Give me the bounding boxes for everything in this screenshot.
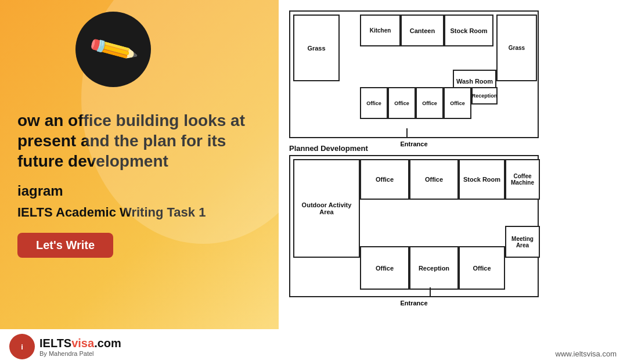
room-grass: Grass bbox=[496, 15, 537, 81]
diagram-label: iagram bbox=[17, 183, 261, 199]
room-office: Office bbox=[416, 87, 444, 119]
main-title: ow an office building looks at present a… bbox=[17, 110, 261, 171]
plan2-floor-plan: OfficeOfficeStock RoomCoffee MachineOutd… bbox=[289, 155, 539, 297]
logo-sub-text: By Mahendra Patel bbox=[39, 350, 121, 357]
plan1-floor-plan: KitchenCanteenStock RoomGrassGrassWash R… bbox=[289, 10, 539, 138]
room-stock-room: Stock Room bbox=[459, 159, 505, 200]
entrance-label: Entrance bbox=[400, 300, 427, 307]
room-office: Office bbox=[388, 87, 416, 119]
logo-circle: i bbox=[9, 334, 35, 359]
website-url: www.ieltsvisa.com bbox=[289, 347, 617, 358]
room-office: Office bbox=[360, 87, 388, 119]
room-kitchen: Kitchen bbox=[360, 15, 401, 46]
pencil-circle-icon: ✏️ bbox=[75, 12, 151, 87]
room-grass: Grass bbox=[293, 15, 340, 81]
logo-text-wrap: IELTSvisa.com By Mahendra Patel bbox=[39, 337, 121, 357]
room-office: Office bbox=[360, 246, 409, 290]
plan1-entrance-arrow bbox=[406, 128, 408, 137]
logo-brand-text: IELTSvisa.com bbox=[39, 337, 121, 350]
left-content: ow an office building looks at present a… bbox=[0, 99, 279, 268]
left-panel: ✏️ ow an office building looks at presen… bbox=[0, 0, 279, 364]
plan1-section: KitchenCanteenStock RoomGrassGrassWash R… bbox=[289, 10, 617, 138]
room-stock-room: Stock Room bbox=[444, 15, 493, 46]
pencil-icon: ✏️ bbox=[86, 23, 140, 76]
room-outdoor-activity-area: Outdoor Activity Area bbox=[293, 159, 360, 258]
room-canteen: Canteen bbox=[401, 15, 444, 46]
lets-write-button[interactable]: Let's Write bbox=[17, 233, 113, 258]
room-office: Office bbox=[409, 159, 459, 200]
room-office: Office bbox=[444, 87, 471, 119]
room-meeting-area: Meeting Area bbox=[505, 226, 540, 258]
plan2-label: Planned Development bbox=[289, 144, 617, 153]
right-panel: KitchenCanteenStock RoomGrassGrassWash R… bbox=[279, 0, 627, 364]
room-reception: Reception bbox=[471, 87, 498, 104]
footer-logo-area: i IELTSvisa.com By Mahendra Patel bbox=[0, 329, 279, 364]
room-reception: Reception bbox=[409, 246, 459, 290]
task-label: IELTS Academic Writing Task 1 bbox=[17, 205, 261, 220]
logo-left: i IELTSvisa.com By Mahendra Patel bbox=[9, 334, 121, 359]
room-coffee-machine: Coffee Machine bbox=[505, 159, 540, 200]
room-office: Office bbox=[459, 246, 505, 290]
plan2-section: Planned Development OfficeOfficeStock Ro… bbox=[289, 144, 617, 297]
svg-text:i: i bbox=[21, 343, 23, 351]
room-office: Office bbox=[360, 159, 409, 200]
plan2-entrance-arrow bbox=[430, 287, 431, 296]
